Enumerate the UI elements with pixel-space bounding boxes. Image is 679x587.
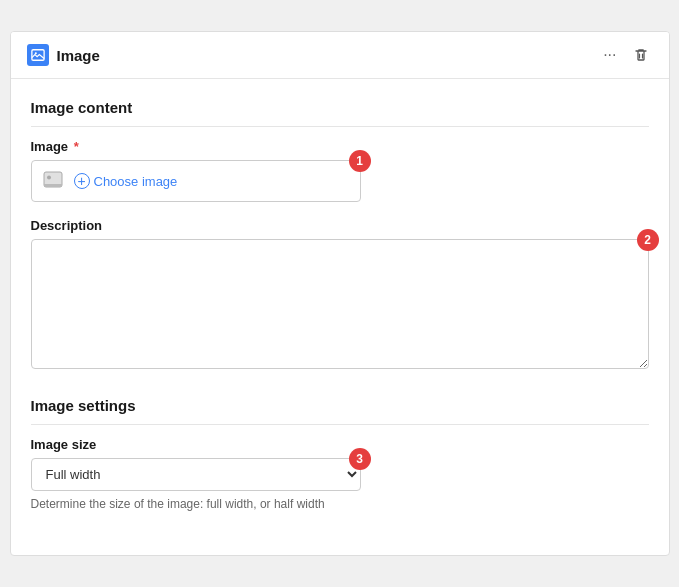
image-placeholder-icon <box>42 169 66 193</box>
delete-button[interactable] <box>629 43 653 67</box>
image-field-group: Image * + Cho <box>31 139 649 202</box>
badge-2: 2 <box>637 229 659 251</box>
image-panel: Image ··· Image content Image <box>10 31 670 556</box>
description-field-group: Description 2 <box>31 218 649 373</box>
image-size-label: Image size <box>31 437 649 452</box>
svg-point-6 <box>47 176 51 180</box>
image-size-select-wrap: Full width Half width 3 <box>31 458 361 491</box>
image-field-label: Image * <box>31 139 649 154</box>
panel-body: Image content Image * <box>11 79 669 555</box>
choose-image-button[interactable]: + Choose image <box>74 173 178 189</box>
image-icon <box>27 44 49 66</box>
header-left: Image <box>27 44 100 66</box>
image-size-hint: Determine the size of the image: full wi… <box>31 497 649 511</box>
plus-circle-icon: + <box>74 173 90 189</box>
required-marker: * <box>74 139 79 154</box>
image-content-title: Image content <box>31 99 649 127</box>
badge-1: 1 <box>349 150 371 172</box>
badge-3: 3 <box>349 448 371 470</box>
image-size-field-group: Image size Full width Half width 3 Deter… <box>31 437 649 511</box>
image-settings-title: Image settings <box>31 397 649 425</box>
svg-rect-5 <box>44 184 62 187</box>
description-textarea[interactable] <box>31 239 649 369</box>
image-picker-wrap: + Choose image 1 <box>31 160 361 202</box>
panel-header: Image ··· <box>11 32 669 79</box>
image-settings-section: Image settings Image size Full width Hal… <box>31 397 649 511</box>
more-options-button[interactable]: ··· <box>599 42 620 68</box>
image-size-select[interactable]: Full width Half width <box>31 458 361 491</box>
image-picker[interactable]: + Choose image <box>31 160 361 202</box>
description-field-label: Description <box>31 218 649 233</box>
header-right: ··· <box>599 42 652 68</box>
image-content-section: Image content Image * <box>31 99 649 373</box>
panel-title: Image <box>57 47 100 64</box>
description-wrap: 2 <box>31 239 649 373</box>
